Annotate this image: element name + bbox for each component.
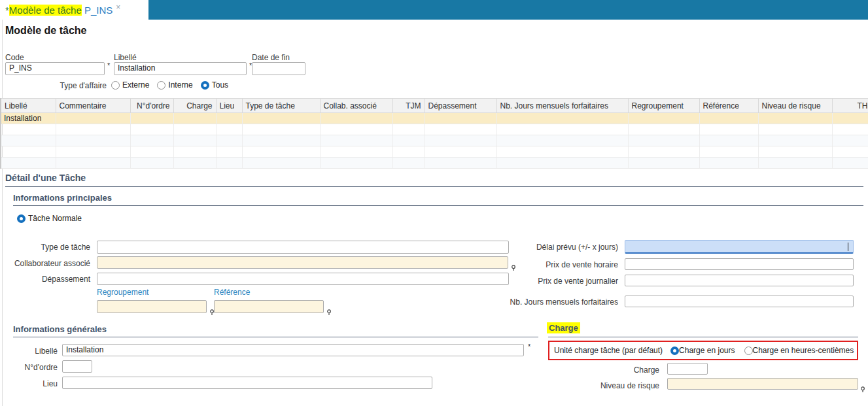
niveau-risque-input[interactable] (667, 378, 858, 390)
generales-libelle-input[interactable]: Installation (62, 344, 524, 356)
date-fin-input[interactable]: / / (252, 62, 305, 75)
depassement-input[interactable] (97, 273, 509, 285)
reference-input[interactable] (214, 300, 324, 313)
table-cell[interactable] (173, 146, 216, 158)
table-cell[interactable] (832, 124, 868, 135)
column-header[interactable]: Commentaire (56, 99, 130, 113)
table-cell[interactable] (832, 146, 868, 158)
nb-jours-forfaitaires-input[interactable] (625, 296, 854, 307)
table-cell[interactable] (130, 158, 173, 169)
table-cell[interactable] (758, 158, 832, 169)
column-header[interactable]: THM (832, 99, 868, 113)
table-cell[interactable] (320, 158, 392, 169)
table-cell[interactable] (425, 124, 496, 135)
table-cell[interactable] (173, 135, 216, 146)
table-cell[interactable] (216, 135, 242, 146)
table-cell[interactable] (130, 124, 173, 135)
table-cell[interactable] (392, 124, 425, 135)
regroupement-input[interactable] (97, 300, 207, 313)
table-cell[interactable] (320, 113, 392, 124)
table-cell[interactable] (628, 113, 699, 124)
table-cell[interactable]: Installation (1, 113, 56, 124)
table-cell[interactable] (758, 124, 832, 135)
table-cell[interactable] (320, 124, 392, 135)
tab-modele-de-tache[interactable]: *Modèle de tâche P_INS× (5, 0, 120, 20)
column-header[interactable]: Collab. associé (320, 99, 392, 113)
table-cell[interactable] (758, 113, 832, 124)
table-row[interactable] (1, 146, 868, 158)
table-cell[interactable] (496, 135, 628, 146)
radio-tous[interactable] (201, 81, 209, 90)
table-cell[interactable] (758, 146, 832, 158)
table-cell[interactable] (699, 124, 758, 135)
tab-close-icon[interactable]: × (116, 3, 120, 12)
table-cell[interactable] (320, 146, 392, 158)
table-cell[interactable] (1, 135, 56, 146)
table-cell[interactable] (56, 158, 130, 169)
table-cell[interactable] (216, 113, 242, 124)
table-cell[interactable] (216, 158, 242, 169)
table-cell[interactable] (425, 158, 496, 169)
column-header[interactable]: TJM (392, 99, 425, 113)
column-header[interactable]: Lieu (216, 99, 242, 113)
table-cell[interactable] (1, 146, 56, 158)
table-cell[interactable] (392, 135, 425, 146)
table-cell[interactable] (216, 146, 242, 158)
table-cell[interactable] (242, 135, 320, 146)
type-tache-select[interactable] (97, 241, 509, 254)
table-cell[interactable] (699, 146, 758, 158)
libelle-input[interactable]: Installation (114, 62, 247, 75)
table-cell[interactable] (130, 146, 173, 158)
table-cell[interactable] (699, 135, 758, 146)
table-cell[interactable] (628, 146, 699, 158)
column-header[interactable]: Charge (173, 99, 216, 113)
column-header[interactable]: Dépassement (425, 99, 496, 113)
table-cell[interactable] (216, 124, 242, 135)
delai-prevu-input[interactable] (625, 240, 854, 254)
table-cell[interactable] (56, 113, 130, 124)
table-cell[interactable] (496, 113, 628, 124)
collaborateur-associe-input[interactable] (97, 256, 508, 269)
table-cell[interactable] (496, 146, 628, 158)
radio-tache-normale[interactable] (17, 214, 26, 223)
prix-vente-horaire-input[interactable] (625, 258, 854, 270)
table-cell[interactable] (242, 124, 320, 135)
table-cell[interactable] (1, 124, 56, 135)
table-cell[interactable] (242, 146, 320, 158)
column-header[interactable]: Nb. Jours mensuels forfaitaires (496, 99, 628, 113)
ordre-input[interactable] (62, 360, 92, 373)
table-cell[interactable] (425, 146, 496, 158)
table-cell[interactable] (425, 135, 496, 146)
table-cell[interactable] (832, 135, 868, 146)
table-cell[interactable] (425, 113, 496, 124)
table-cell[interactable] (496, 124, 628, 135)
table-cell[interactable] (173, 113, 216, 124)
column-header[interactable]: N°d'ordre (130, 99, 173, 113)
table-row[interactable] (1, 135, 868, 146)
lieu-input[interactable] (62, 377, 432, 389)
reference-lookup-icon[interactable] (326, 307, 332, 318)
radio-interne[interactable] (157, 81, 165, 90)
charge-input[interactable] (667, 363, 708, 375)
table-cell[interactable] (242, 113, 320, 124)
table-cell[interactable] (758, 135, 832, 146)
table-cell[interactable] (130, 135, 173, 146)
table-cell[interactable] (392, 158, 425, 169)
table-cell[interactable] (242, 158, 320, 169)
radio-charge-en-heures-centiemes[interactable] (744, 347, 753, 355)
table-cell[interactable] (628, 124, 699, 135)
table-cell[interactable] (56, 135, 130, 146)
table-cell[interactable] (1, 158, 56, 169)
table-cell[interactable] (56, 146, 130, 158)
table-row[interactable] (1, 124, 868, 135)
niveau-risque-lookup-icon[interactable] (860, 384, 865, 396)
table-cell[interactable] (832, 158, 868, 169)
column-header[interactable]: Type de tâche (242, 99, 320, 113)
table-cell[interactable] (392, 146, 425, 158)
table-cell[interactable] (320, 135, 392, 146)
table-cell[interactable] (699, 158, 758, 169)
table-cell[interactable] (496, 158, 628, 169)
table-cell[interactable] (56, 124, 130, 135)
column-header[interactable]: Niveau de risque (758, 99, 832, 113)
table-cell[interactable] (628, 158, 699, 169)
